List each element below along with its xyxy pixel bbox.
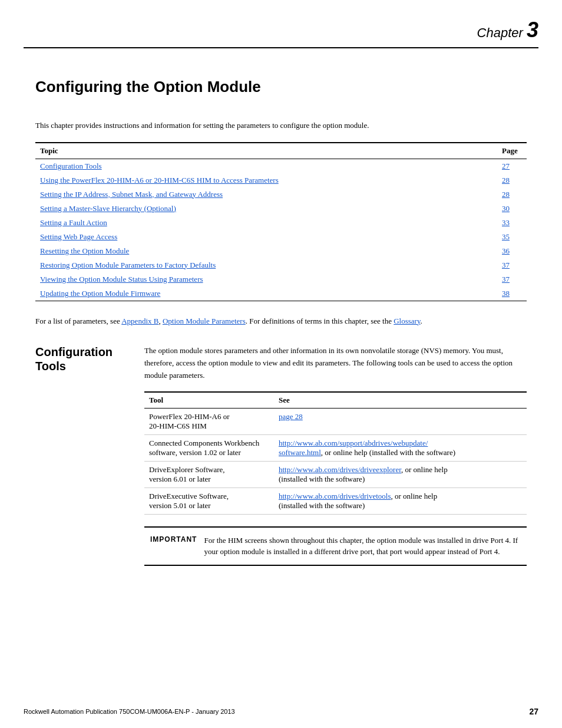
toc-page-cell: 33 <box>497 216 527 230</box>
toc-topic-link[interactable]: Restoring Option Module Parameters to Fa… <box>40 261 216 269</box>
tools-row: DriveExecutive Software, version 5.01 or… <box>144 487 527 514</box>
toc-row: Setting a Fault Action33 <box>35 216 527 230</box>
tools-see-link[interactable]: page 28 <box>279 412 303 421</box>
toc-row: Resetting the Option Module36 <box>35 244 527 258</box>
toc-page-link[interactable]: 38 <box>502 289 510 298</box>
toc-row: Configuration Tools27 <box>35 159 527 173</box>
toc-page-link[interactable]: 30 <box>502 204 510 213</box>
toc-page-link[interactable]: 37 <box>502 261 510 269</box>
tools-row: Connected Components Workbench software,… <box>144 434 527 461</box>
tools-see-cell: page 28 <box>274 408 527 434</box>
tools-see-cell: http://www.ab.com/drives/drivetools, or … <box>274 487 527 514</box>
toc-topic-link[interactable]: Viewing the Option Module Status Using P… <box>40 275 203 284</box>
toc-page-link[interactable]: 33 <box>502 218 510 227</box>
tools-col-tool: Tool <box>144 392 274 409</box>
toc-topic-cell: Setting a Fault Action <box>35 216 497 230</box>
toc-topic-link[interactable]: Resetting the Option Module <box>40 246 129 255</box>
tools-tool-cell: DriveExecutive Software, version 5.01 or… <box>144 487 274 514</box>
toc-page-link[interactable]: 27 <box>502 162 510 170</box>
chapter-word: Chapter <box>477 25 523 40</box>
after-table-part3: . <box>421 317 422 325</box>
toc-topic-cell: Setting Web Page Access <box>35 230 497 244</box>
config-tools-text: The option module stores parameters and … <box>144 345 527 381</box>
toc-topic-link[interactable]: Using the PowerFlex 20-HIM-A6 or 20-HIM-… <box>40 176 279 185</box>
after-table-part1: For a list of parameters, see <box>35 317 121 325</box>
toc-page-cell: 37 <box>497 258 527 272</box>
tools-see-extra: , or online help (installed with the sof… <box>321 448 455 457</box>
appendix-b-link[interactable]: Appendix B <box>121 317 158 325</box>
toc-page-link[interactable]: 28 <box>502 176 510 185</box>
toc-col-topic: Topic <box>35 143 497 159</box>
tools-col-see: See <box>274 392 527 409</box>
toc-topic-cell: Setting the IP Address, Subnet Mask, and… <box>35 187 497 202</box>
footer: Rockwell Automation Publication 750COM-U… <box>0 707 562 716</box>
toc-row: Using the PowerFlex 20-HIM-A6 or 20-HIM-… <box>35 173 527 187</box>
tools-see-link[interactable]: http://www.ab.com/drives/drivetools <box>279 492 391 500</box>
tools-row: DriveExplorer Software, version 6.01 or … <box>144 461 527 487</box>
toc-row: Setting Web Page Access35 <box>35 230 527 244</box>
toc-page-cell: 36 <box>497 244 527 258</box>
glossary-link[interactable]: Glossary <box>394 317 420 325</box>
toc-col-page: Page <box>497 143 527 159</box>
tools-row: PowerFlex 20-HIM-A6 or 20-HIM-C6S HIMpag… <box>144 408 527 434</box>
chapter-label: Chapter 3 <box>477 25 538 40</box>
toc-row: Setting the IP Address, Subnet Mask, and… <box>35 187 527 202</box>
toc-topic-cell: Viewing the Option Module Status Using P… <box>35 272 497 286</box>
toc-page-link[interactable]: 37 <box>502 275 510 284</box>
important-text: For the HIM screens shown throughout thi… <box>204 535 521 558</box>
toc-row: Viewing the Option Module Status Using P… <box>35 272 527 286</box>
toc-row: Updating the Option Module Firmware38 <box>35 286 527 301</box>
toc-page-cell: 37 <box>497 272 527 286</box>
toc-topic-cell: Updating the Option Module Firmware <box>35 286 497 301</box>
toc-page-cell: 30 <box>497 202 527 216</box>
toc-page-link[interactable]: 35 <box>502 232 510 241</box>
tools-see-cell: http://www.ab.com/support/abdrives/webup… <box>274 434 527 461</box>
tools-see-cell: http://www.ab.com/drives/driveexplorer, … <box>274 461 527 487</box>
toc-table: Topic Page Configuration Tools27Using th… <box>35 142 527 301</box>
section-right: The option module stores parameters and … <box>144 345 527 565</box>
toc-topic-cell: Setting a Master-Slave Hierarchy (Option… <box>35 202 497 216</box>
toc-page-cell: 27 <box>497 159 527 173</box>
after-table-part2: . For definitions of terms in this chapt… <box>246 317 394 325</box>
tools-see-link[interactable]: http://www.ab.com/drives/driveexplorer <box>279 465 401 474</box>
chapter-number: 3 <box>527 18 538 42</box>
config-tools-heading: Configuration Tools <box>35 345 133 373</box>
toc-topic-link[interactable]: Configuration Tools <box>40 162 102 170</box>
tools-tool-cell: PowerFlex 20-HIM-A6 or 20-HIM-C6S HIM <box>144 408 274 434</box>
toc-row: Restoring Option Module Parameters to Fa… <box>35 258 527 272</box>
toc-topic-cell: Using the PowerFlex 20-HIM-A6 or 20-HIM-… <box>35 173 497 187</box>
after-table-para: For a list of parameters, see Appendix B… <box>35 315 527 328</box>
toc-topic-cell: Restoring Option Module Parameters to Fa… <box>35 258 497 272</box>
intro-text: This chapter provides instructions and i… <box>35 120 448 131</box>
toc-topic-link[interactable]: Setting a Fault Action <box>40 218 107 227</box>
chapter-header: Chapter 3 <box>0 0 562 42</box>
toc-page-link[interactable]: 28 <box>502 190 510 199</box>
tools-table: Tool See PowerFlex 20-HIM-A6 or 20-HIM-C… <box>144 391 527 515</box>
page: Chapter 3 Configuring the Option Module … <box>0 0 562 728</box>
toc-page-cell: 38 <box>497 286 527 301</box>
toc-topic-link[interactable]: Setting Web Page Access <box>40 232 117 241</box>
toc-topic-cell: Configuration Tools <box>35 159 497 173</box>
footer-text: Rockwell Automation Publication 750COM-U… <box>24 708 235 715</box>
tools-tool-cell: Connected Components Workbench software,… <box>144 434 274 461</box>
option-module-parameters-link[interactable]: Option Module Parameters <box>163 317 246 325</box>
toc-topic-link[interactable]: Updating the Option Module Firmware <box>40 289 160 298</box>
footer-page: 27 <box>529 707 538 716</box>
toc-page-cell: 28 <box>497 173 527 187</box>
config-tools-section: Configuration Tools The option module st… <box>35 345 527 565</box>
toc-topic-link[interactable]: Setting a Master-Slave Hierarchy (Option… <box>40 204 176 213</box>
toc-page-link[interactable]: 36 <box>502 246 510 255</box>
section-left: Configuration Tools <box>35 345 144 565</box>
toc-topic-cell: Resetting the Option Module <box>35 244 497 258</box>
toc-topic-link[interactable]: Setting the IP Address, Subnet Mask, and… <box>40 190 223 199</box>
important-box: IMPORTANT For the HIM screens shown thro… <box>144 526 527 566</box>
toc-page-cell: 28 <box>497 187 527 202</box>
toc-page-cell: 35 <box>497 230 527 244</box>
toc-row: Setting a Master-Slave Hierarchy (Option… <box>35 202 527 216</box>
tools-tool-cell: DriveExplorer Software, version 6.01 or … <box>144 461 274 487</box>
main-content: Configuring the Option Module This chapt… <box>0 48 562 601</box>
important-label: IMPORTANT <box>150 535 197 543</box>
page-title: Configuring the Option Module <box>35 78 527 96</box>
